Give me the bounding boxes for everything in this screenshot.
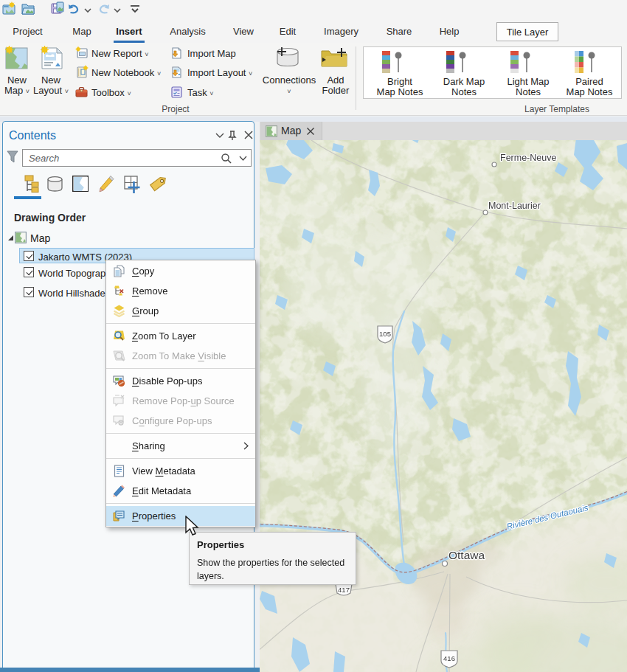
svg-text:Ferme-Neuve: Ferme-Neuve bbox=[500, 153, 556, 163]
svg-text:105: 105 bbox=[379, 330, 391, 338]
svg-text:Mont-Laurier: Mont-Laurier bbox=[488, 201, 541, 211]
svg-text:417: 417 bbox=[338, 586, 350, 594]
svg-text:416: 416 bbox=[443, 654, 455, 662]
svg-text:Ottawa: Ottawa bbox=[448, 549, 485, 561]
